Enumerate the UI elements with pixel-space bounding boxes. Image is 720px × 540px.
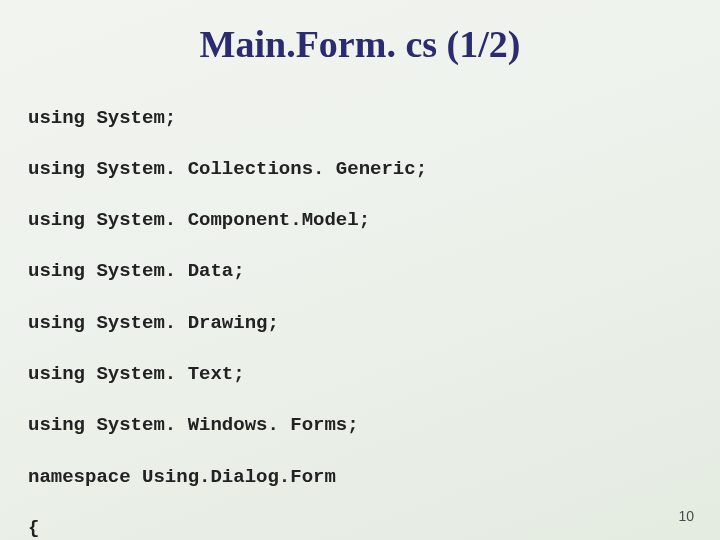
- code-line: using System;: [28, 106, 473, 132]
- page-number: 10: [678, 508, 694, 524]
- code-line: using System. Text;: [28, 362, 473, 388]
- slide-title: Main.Form. cs (1/2): [0, 22, 720, 66]
- code-line: using System. Drawing;: [28, 311, 473, 337]
- code-block: using System; using System. Collections.…: [28, 80, 473, 540]
- code-line: using System. Data;: [28, 259, 473, 285]
- code-line: using System. Windows. Forms;: [28, 413, 473, 439]
- code-line: using System. Collections. Generic;: [28, 157, 473, 183]
- code-line: {: [28, 516, 473, 540]
- code-line: using System. Component.Model;: [28, 208, 473, 234]
- slide: Main.Form. cs (1/2) using System; using …: [0, 0, 720, 540]
- code-line: namespace Using.Dialog.Form: [28, 465, 473, 491]
